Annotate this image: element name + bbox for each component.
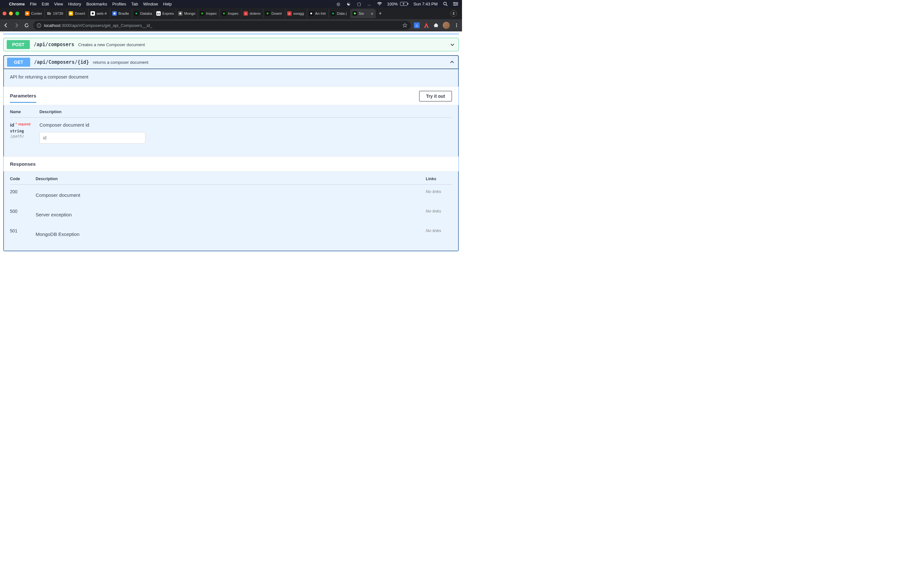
response-row: 200Composer documentNo links [10,185,452,204]
param-head-name: Name [10,110,39,114]
method-badge-get: GET [7,58,30,67]
menu-edit[interactable]: Edit [42,2,49,6]
status-icon-2[interactable]: ☯ [346,1,351,6]
spotlight-icon[interactable] [443,1,448,6]
browser-tab[interactable]: Sw✕ [351,9,376,18]
response-code: 200 [10,189,36,194]
tab-overflow-icon[interactable] [451,10,457,17]
op-post-path: /api/composers [34,42,74,47]
menu-window[interactable]: Window [143,2,158,6]
svg-point-18 [267,13,268,15]
try-it-out-button[interactable]: Try it out [419,91,452,102]
maximize-window-button[interactable] [15,11,19,15]
browser-tab[interactable]: Downl [263,9,285,18]
chevron-down-icon[interactable] [449,42,455,47]
favicon: n [287,11,292,16]
menu-profiles[interactable]: Profiles [112,2,126,6]
tab-label: Conter [31,11,42,15]
browser-tab[interactable]: Conter [23,9,45,18]
extensions-button[interactable] [433,23,439,28]
close-tab-icon[interactable]: ✕ [371,12,374,15]
browser-tab[interactable]: ndotenv [242,9,263,18]
bluetooth-icon[interactable]: ⚊ [367,1,372,6]
favicon [90,11,95,16]
browser-tab[interactable]: web-4 [89,9,110,18]
browser-tab[interactable]: An Intr [307,9,329,18]
browser-tab[interactable]: Mongo [176,9,198,18]
browser-tab[interactable]: nswagg [285,9,307,18]
menu-help[interactable]: Help [163,2,172,6]
responses-table: Code Description Links 200Composer docum… [3,171,459,251]
translate-icon[interactable]: G [414,23,420,28]
response-desc: Server exception [36,209,426,218]
chrome-toolbar: localhost:3000/api/#/Composers/get_api_C… [0,19,462,31]
tab-label: Downl [271,11,282,15]
forward-button[interactable] [13,22,20,29]
response-row: 501MongoDB ExceptionNo links [10,224,452,243]
method-badge-post: POST [7,40,30,49]
svg-point-19 [310,13,312,15]
chevron-up-icon[interactable] [449,59,455,65]
param-head-desc: Description [39,110,452,114]
svg-point-12 [92,13,94,15]
svg-point-7 [454,2,455,3]
browser-tab[interactable]: Downl [67,9,89,18]
menu-history[interactable]: History [68,2,81,6]
profile-avatar[interactable] [443,22,450,29]
minimize-window-button[interactable] [9,11,13,15]
response-links: No links [426,209,452,213]
site-info-icon[interactable] [37,23,41,28]
menu-bookmarks[interactable]: Bookmarks [86,2,107,6]
svg-point-28 [456,26,457,27]
response-desc: MongoDB Exception [36,228,426,237]
svg-line-3 [446,5,447,6]
svg-point-21 [354,13,356,15]
url-text: localhost:3000/api/#/Composers/get_api_C… [44,23,400,28]
menu-file[interactable]: File [30,2,37,6]
op-get-summary-row[interactable]: GET /api/Composers/{id} returns a compos… [3,55,459,69]
page-content: POST /api/composers Creates a new Compos… [0,31,462,288]
favicon [25,11,29,16]
window-controls [3,11,19,15]
op-get-composer-id: GET /api/Composers/{id} returns a compos… [3,55,459,251]
browser-tab[interactable]: Inspec [198,9,220,18]
favicon: Bb [47,11,51,16]
favicon [265,11,270,16]
wifi-icon[interactable] [377,1,382,6]
op-post-composers[interactable]: POST /api/composers Creates a new Compos… [3,38,459,51]
tab-label: swagg [293,11,304,15]
browser-tab[interactable]: Bb19739 [45,9,67,18]
clock[interactable]: Sun 7:43 PM [414,2,438,6]
tab-label: Inspec [206,11,217,15]
tab-label: Expres [162,11,174,15]
op-get-long-desc: API for returning a composer document [3,69,459,87]
menu-view[interactable]: View [54,2,63,6]
svg-point-27 [456,25,457,26]
airplay-icon[interactable]: ▢ [357,1,362,6]
browser-tab[interactable]: exExpres [154,9,176,18]
address-bar[interactable]: localhost:3000/api/#/Composers/get_api_C… [33,21,411,30]
status-icon-1[interactable]: ◎ [336,1,341,6]
favicon [222,11,226,16]
browser-tab[interactable]: Inspec [220,9,242,18]
browser-tab[interactable]: Bradle [110,9,132,18]
new-tab-button[interactable]: + [376,9,384,18]
control-center-icon[interactable] [453,1,458,6]
param-type: string [10,129,39,133]
chrome-menu-button[interactable] [454,23,459,28]
tab-label: Mongo [184,11,195,15]
browser-tab[interactable]: Databa [132,9,154,18]
app-name[interactable]: Chrome [9,2,25,6]
extension-icon-1[interactable] [423,23,429,28]
param-input-id[interactable] [39,132,145,143]
close-window-button[interactable] [3,11,6,15]
battery-status[interactable]: 100% [387,2,409,6]
favicon: ex [156,11,161,16]
response-links: No links [426,189,452,194]
star-icon[interactable] [402,23,407,28]
reload-button[interactable] [23,22,30,29]
svg-point-2 [443,2,446,5]
browser-tab[interactable]: Data | [329,9,351,18]
menu-tab[interactable]: Tab [131,2,138,6]
back-button[interactable] [3,22,10,29]
